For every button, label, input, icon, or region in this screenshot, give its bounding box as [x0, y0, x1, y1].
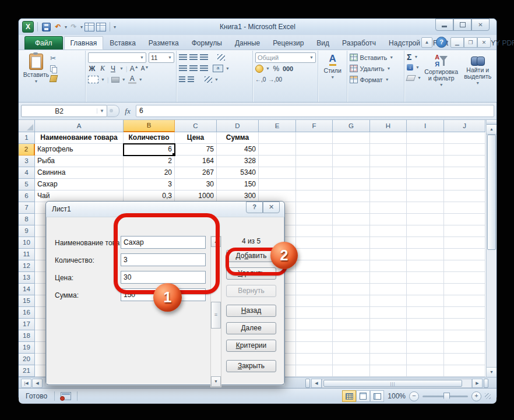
cell-F16[interactable] [296, 307, 333, 319]
formula-bar-handle[interactable] [107, 105, 119, 117]
cell-F3[interactable] [296, 156, 333, 167]
cell-H12[interactable] [370, 260, 407, 272]
tab-data[interactable]: Данные [228, 36, 266, 50]
row-header-20[interactable]: 20 [19, 354, 35, 365]
row-header-15[interactable]: 15 [19, 295, 35, 307]
cell-D3[interactable]: 328 [217, 156, 259, 167]
cell-F12[interactable] [296, 260, 333, 272]
merge-center-icon[interactable]: a [213, 65, 223, 72]
cell-D5[interactable]: 150 [217, 179, 259, 190]
column-header-G[interactable]: G [333, 120, 370, 132]
column-header-H[interactable]: H [370, 120, 407, 132]
cell-H7[interactable] [370, 202, 407, 214]
cell-G13[interactable] [333, 272, 370, 284]
column-header-E[interactable]: E [259, 120, 296, 132]
cell-I11[interactable] [407, 249, 444, 260]
cell-A4[interactable]: Свинина [35, 167, 124, 179]
cell-F10[interactable] [296, 237, 333, 249]
font-color-button[interactable]: А [128, 75, 136, 84]
next-button[interactable]: Далее [226, 322, 276, 334]
cell-B3[interactable]: 2 [124, 156, 175, 167]
cell-I18[interactable] [407, 330, 444, 342]
cell-E6[interactable] [259, 190, 296, 202]
cell-H20[interactable] [370, 354, 407, 365]
workbook-restore-icon[interactable]: ❐ [464, 37, 477, 48]
borders-icon[interactable] [88, 76, 98, 83]
cell-J5[interactable] [444, 179, 485, 190]
name-box-dropdown-icon[interactable]: ▼ [97, 108, 107, 114]
cell-I5[interactable] [407, 179, 444, 190]
cell-E5[interactable] [259, 179, 296, 190]
cell-H17[interactable] [370, 319, 407, 330]
customize-qat-icon[interactable]: ▾ [114, 24, 116, 30]
cell-B5[interactable]: 3 [124, 179, 175, 190]
macro-record-icon[interactable] [61, 392, 71, 400]
merge-dropdown-icon[interactable]: ▼ [226, 66, 230, 70]
cell-J8[interactable] [444, 214, 485, 225]
zoom-out-icon[interactable]: − [409, 391, 419, 401]
criteria-button[interactable]: Критерии [226, 340, 276, 352]
row-header-21[interactable]: 21 [19, 365, 35, 377]
row-header-9[interactable]: 9 [19, 225, 35, 237]
cell-G2[interactable] [333, 144, 370, 156]
cell-H13[interactable] [370, 272, 407, 284]
cell-I12[interactable] [407, 260, 444, 272]
styles-button[interactable]: А Стили ▼ [321, 52, 345, 79]
minimize-button[interactable] [435, 19, 453, 31]
cell-J21[interactable] [444, 365, 485, 377]
autosum-button[interactable]: Σ▼ [407, 52, 421, 61]
save-icon[interactable] [41, 22, 51, 32]
row-header-14[interactable]: 14 [19, 284, 35, 295]
cell-E4[interactable] [259, 167, 296, 179]
cell-J18[interactable] [444, 330, 485, 342]
cell-I8[interactable] [407, 214, 444, 225]
cell-I1[interactable] [407, 132, 444, 144]
align-middle-icon[interactable] [189, 54, 198, 61]
column-header-A[interactable]: A [35, 120, 124, 132]
cell-I7[interactable] [407, 202, 444, 214]
row-header-16[interactable]: 16 [19, 307, 35, 319]
row-header-19[interactable]: 19 [19, 342, 35, 354]
cell-F11[interactable] [296, 249, 333, 260]
align-top-icon[interactable] [179, 54, 187, 61]
cell-F8[interactable] [296, 214, 333, 225]
tab-addins[interactable]: Надстрой [382, 36, 427, 50]
page-break-view-button[interactable] [370, 390, 384, 402]
cell-J12[interactable] [444, 260, 485, 272]
tab-formulas[interactable]: Формулы [185, 36, 228, 50]
cell-H6[interactable] [370, 190, 407, 202]
clear-button[interactable]: ▼ [407, 73, 421, 82]
cell-D2[interactable]: 450 [217, 144, 259, 156]
cell-G4[interactable] [333, 167, 370, 179]
row-header-12[interactable]: 12 [19, 260, 35, 272]
fill-color-dropdown-icon[interactable]: ▼ [122, 77, 126, 82]
sort-filter-button[interactable]: А Я Сортировка и фильтр▼ [424, 52, 459, 87]
cell-G17[interactable] [333, 319, 370, 330]
format-painter-icon[interactable] [50, 75, 58, 82]
cell-J20[interactable] [444, 354, 485, 365]
cell-F9[interactable] [296, 225, 333, 237]
column-header-C[interactable]: C [175, 120, 217, 132]
tab-file[interactable]: Файл [24, 36, 63, 50]
cell-F15[interactable] [296, 295, 333, 307]
cell-F2[interactable] [296, 144, 333, 156]
cell-C5[interactable]: 30 [175, 179, 217, 190]
cell-B6[interactable]: 0,3 [124, 190, 175, 202]
column-header-I[interactable]: I [407, 120, 444, 132]
cell-G19[interactable] [333, 342, 370, 354]
fx-icon[interactable]: fx [119, 107, 136, 116]
cell-G6[interactable] [333, 190, 370, 202]
cell-J2[interactable] [444, 144, 485, 156]
row-header-3[interactable]: 3 [19, 156, 35, 167]
vertical-scroll-thumb[interactable] [487, 135, 496, 250]
cell-B1[interactable]: Количество [124, 132, 175, 144]
italic-button[interactable]: К [98, 64, 107, 73]
borders-dropdown-icon[interactable]: ▼ [101, 77, 105, 82]
cell-H15[interactable] [370, 295, 407, 307]
restore-button[interactable] [453, 19, 471, 31]
cell-J13[interactable] [444, 272, 485, 284]
cell-A5[interactable]: Сахар [35, 179, 124, 190]
tab-review[interactable]: Рецензир [266, 36, 310, 50]
zoom-slider[interactable] [423, 396, 468, 397]
cell-B4[interactable]: 20 [124, 167, 175, 179]
